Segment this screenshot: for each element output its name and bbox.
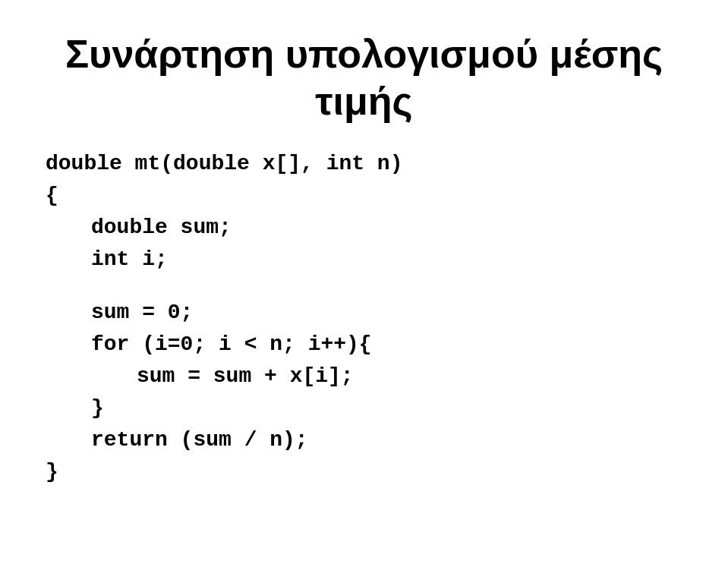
code-line-9: } xyxy=(46,392,690,424)
page-title: Συνάρτηση υπολογισμού μέσης τιμής xyxy=(38,30,690,125)
code-line-2: { xyxy=(46,180,690,212)
code-line-1: double mt(double x[], int n) xyxy=(46,148,690,180)
title-section: Συνάρτηση υπολογισμού μέσης τιμής xyxy=(38,30,690,125)
title-line1: Συνάρτηση υπολογισμού μέσης xyxy=(65,32,663,76)
page-container: Συνάρτηση υπολογισμού μέσης τιμής double… xyxy=(0,0,728,586)
code-line-4: int i; xyxy=(46,244,690,276)
code-line-5 xyxy=(46,276,690,297)
code-line-11: } xyxy=(46,456,690,488)
code-line-8: sum = sum + x[i]; xyxy=(46,361,690,392)
code-line-10: return (sum / n); xyxy=(46,424,690,456)
code-line-3: double sum; xyxy=(46,212,690,244)
code-line-7: for (i=0; i < n; i++){ xyxy=(46,329,690,361)
code-line-6: sum = 0; xyxy=(46,297,690,329)
title-line2: τιμής xyxy=(315,79,412,123)
code-section: double mt(double x[], int n) { double su… xyxy=(38,148,690,488)
